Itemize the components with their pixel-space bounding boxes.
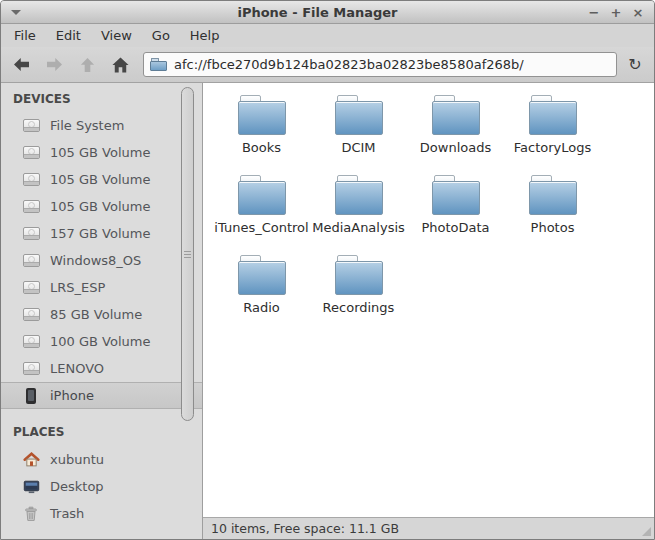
- address-text[interactable]: afc://fbce270d9b124ba02823ba02823be8580a…: [174, 57, 524, 72]
- sidebar-item-label: LRS_ESP: [50, 280, 105, 295]
- desktop-icon: [22, 478, 40, 495]
- sidebar-item-label: Trash: [50, 506, 84, 521]
- folder-item-dcim[interactable]: DCIM: [310, 95, 407, 175]
- smartphone-icon: [22, 388, 40, 404]
- folder-item-photodata[interactable]: PhotoData: [407, 175, 504, 255]
- folder-item-books[interactable]: Books: [213, 95, 310, 175]
- folder-icon: [335, 95, 383, 135]
- sidebar-item-iphone[interactable]: iPhone: [1, 382, 202, 409]
- drive-icon: [22, 308, 40, 321]
- close-button[interactable]: ×: [629, 3, 647, 21]
- folder-label: Books: [242, 140, 281, 155]
- menu-help[interactable]: Help: [180, 25, 230, 46]
- home-icon: [112, 57, 129, 73]
- arrow-up-icon: [80, 57, 95, 73]
- sidebar-item-xubuntu[interactable]: xubuntu: [1, 446, 202, 473]
- folder-label: Radio: [243, 300, 280, 315]
- home-folder-icon: [22, 451, 40, 468]
- sidebar: DEVICES File System 105 GB Volume 105 GB…: [1, 83, 203, 539]
- folder-grid[interactable]: Books DCIM Downloads FactoryLogs iTunes_…: [203, 83, 654, 517]
- window-body: DEVICES File System 105 GB Volume 105 GB…: [1, 83, 654, 539]
- sidebar-item-volume-100[interactable]: 100 GB Volume: [1, 328, 202, 355]
- folder-label: FactoryLogs: [514, 140, 591, 155]
- sidebar-item-file-system[interactable]: File System: [1, 112, 202, 139]
- folder-label: iTunes_Control: [214, 220, 308, 235]
- sidebar-item-volume-105-1[interactable]: 105 GB Volume: [1, 139, 202, 166]
- resize-grip-icon[interactable]: [642, 527, 651, 536]
- sidebar-item-trash[interactable]: Trash: [1, 500, 202, 527]
- address-bar[interactable]: afc://fbce270d9b124ba02823ba02823be8580a…: [143, 52, 617, 77]
- sidebar-item-volume-85[interactable]: 85 GB Volume: [1, 301, 202, 328]
- places-header: PLACES: [13, 425, 202, 439]
- folder-item-mediaanalysis[interactable]: MediaAnalysis: [310, 175, 407, 255]
- drive-icon: [22, 254, 40, 267]
- reload-button[interactable]: ↻: [623, 51, 647, 78]
- menu-view[interactable]: View: [91, 25, 142, 46]
- menu-go[interactable]: Go: [142, 25, 180, 46]
- folder-icon: [335, 255, 383, 295]
- maximize-button[interactable]: +: [607, 3, 625, 21]
- sidebar-item-label: 105 GB Volume: [50, 199, 150, 214]
- minimize-button[interactable]: −: [585, 3, 603, 21]
- sidebar-scrollbar[interactable]: [181, 87, 194, 421]
- drive-icon: [22, 119, 40, 132]
- sidebar-item-label: LENOVO: [50, 361, 104, 376]
- window-menu-button[interactable]: [1, 1, 31, 23]
- drive-icon: [22, 200, 40, 213]
- folder-icon: [238, 175, 286, 215]
- window-controls: − + ×: [585, 3, 654, 21]
- folder-label: Photos: [531, 220, 575, 235]
- devices-header: DEVICES: [13, 92, 202, 106]
- folder-item-factorylogs[interactable]: FactoryLogs: [504, 95, 601, 175]
- sidebar-item-lenovo[interactable]: LENOVO: [1, 355, 202, 382]
- sidebar-item-volume-105-2[interactable]: 105 GB Volume: [1, 166, 202, 193]
- sidebar-item-volume-105-3[interactable]: 105 GB Volume: [1, 193, 202, 220]
- menubar: File Edit View Go Help: [1, 24, 654, 47]
- arrow-right-icon: [46, 57, 63, 72]
- scrollbar-grip-icon: [184, 251, 191, 252]
- sidebar-item-lrs-esp[interactable]: LRS_ESP: [1, 274, 202, 301]
- trash-icon: [22, 506, 40, 522]
- sidebar-item-windows8-os[interactable]: Windows8_OS: [1, 247, 202, 274]
- folder-item-recordings[interactable]: Recordings: [310, 255, 407, 335]
- sidebar-item-volume-157[interactable]: 157 GB Volume: [1, 220, 202, 247]
- folder-item-itunes-control[interactable]: iTunes_Control: [213, 175, 310, 255]
- drive-icon: [22, 362, 40, 375]
- folder-icon: [529, 95, 577, 135]
- menu-edit[interactable]: Edit: [46, 25, 91, 46]
- main-panel: Books DCIM Downloads FactoryLogs iTunes_…: [203, 83, 654, 539]
- folder-label: MediaAnalysis: [312, 220, 405, 235]
- file-manager-window: iPhone - File Manager − + × File Edit Vi…: [0, 0, 655, 540]
- sidebar-item-desktop[interactable]: Desktop: [1, 473, 202, 500]
- scrollbar-grip-icon: [184, 257, 191, 258]
- up-button[interactable]: [74, 51, 101, 78]
- home-button[interactable]: [107, 51, 134, 78]
- folder-icon: [432, 175, 480, 215]
- sidebar-item-label: xubuntu: [50, 452, 104, 467]
- folder-icon: [335, 175, 383, 215]
- window-title: iPhone - File Manager: [61, 5, 574, 20]
- drive-icon: [22, 173, 40, 186]
- folder-label: PhotoData: [421, 220, 489, 235]
- folder-icon: [432, 95, 480, 135]
- titlebar[interactable]: iPhone - File Manager − + ×: [1, 1, 654, 24]
- forward-button[interactable]: [41, 51, 68, 78]
- sidebar-item-label: Windows8_OS: [50, 253, 141, 268]
- folder-icon: [529, 175, 577, 215]
- sidebar-item-label: iPhone: [50, 388, 94, 403]
- back-button[interactable]: [8, 51, 35, 78]
- arrow-left-icon: [13, 57, 30, 72]
- folder-label: DCIM: [341, 140, 375, 155]
- status-text: 10 items, Free space: 11.1 GB: [211, 521, 399, 536]
- folder-item-photos[interactable]: Photos: [504, 175, 601, 255]
- folder-icon: [238, 255, 286, 295]
- toolbar: afc://fbce270d9b124ba02823ba02823be8580a…: [1, 47, 654, 83]
- folder-item-downloads[interactable]: Downloads: [407, 95, 504, 175]
- menu-file[interactable]: File: [4, 25, 46, 46]
- folder-icon: [150, 58, 167, 71]
- drive-icon: [22, 335, 40, 348]
- folder-item-radio[interactable]: Radio: [213, 255, 310, 335]
- drive-icon: [22, 146, 40, 159]
- scrollbar-grip-icon: [184, 254, 191, 255]
- folder-icon: [238, 95, 286, 135]
